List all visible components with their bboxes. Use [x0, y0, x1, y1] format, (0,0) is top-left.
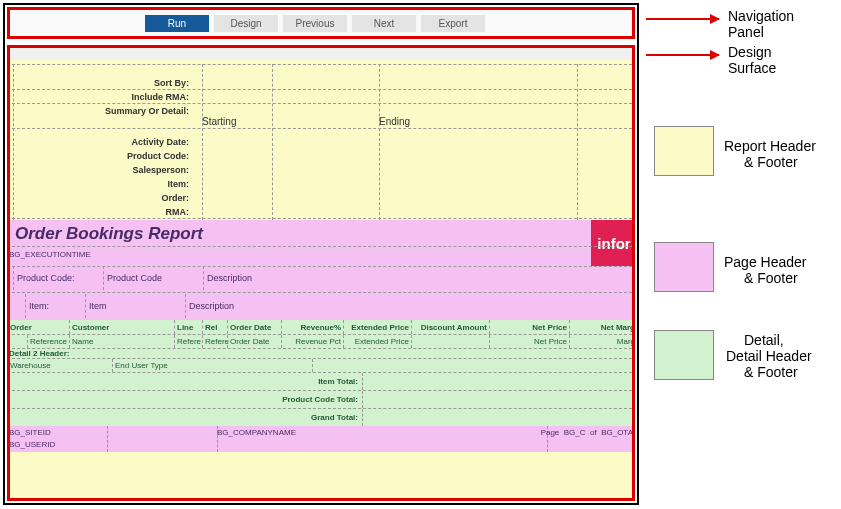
detail-header-row: Order Customer Line Rel Order Date Reven…	[7, 320, 635, 334]
design-button[interactable]: Design	[214, 15, 278, 32]
design-surface-legend: Design	[728, 44, 772, 60]
detail-legend-2: Detail Header	[726, 348, 812, 364]
summary-detail-label: Summary Or Detail:	[105, 106, 189, 116]
include-rma-label: Include RMA:	[132, 92, 190, 102]
run-button[interactable]: Run	[145, 15, 209, 32]
report-header-legend: Report Header	[724, 138, 816, 154]
navigation-panel: Run Design Previous Next Export	[7, 7, 635, 39]
detail-2-header-label: Detail 2 Header:	[7, 348, 635, 358]
report-footer-section[interactable]	[7, 452, 635, 501]
detail-swatch	[654, 330, 714, 380]
starting-label: Starting	[202, 116, 236, 127]
user-id-field: BG_USERID	[9, 440, 55, 449]
product-code-field-col: Product Code	[103, 266, 203, 290]
rma-label: RMA:	[166, 207, 190, 217]
page-header-swatch	[654, 242, 714, 292]
legend-panel: Navigation Panel Design Surface Report H…	[644, 0, 839, 509]
arrow-icon	[646, 18, 719, 20]
page-header-legend-2: & Footer	[744, 270, 798, 286]
salesperson-label: Salesperson:	[132, 165, 189, 175]
nav-panel-legend: Navigation	[728, 8, 794, 24]
activity-date-label: Activity Date:	[131, 137, 189, 147]
item-label: Item:	[167, 179, 189, 189]
next-button[interactable]: Next	[352, 15, 416, 32]
report-header-swatch	[654, 126, 714, 176]
design-surface: Sort By: Include RMA: Summary Or Detail:…	[7, 45, 635, 501]
item-desc-col: Description	[185, 294, 635, 318]
design-surface-legend-2: Surface	[728, 60, 776, 76]
company-name-field: BG_COMPANYNAME	[217, 428, 296, 437]
detail-section[interactable]: Order Customer Line Rel Order Date Reven…	[7, 320, 635, 426]
ending-label: Ending	[379, 116, 410, 127]
execution-time-field: BG_EXECUTIONTIME	[9, 250, 91, 259]
end-user-type-col: End User Type	[112, 359, 312, 372]
item-field-col: Item	[85, 294, 185, 318]
page-header-section[interactable]: Order Bookings Report BG_EXECUTIONTIME i…	[7, 220, 635, 320]
sort-by-label: Sort By:	[154, 78, 189, 88]
export-button[interactable]: Export	[421, 15, 485, 32]
detail-legend: Detail,	[744, 332, 784, 348]
arrow-icon	[646, 54, 719, 56]
item-total-label: Item Total:	[7, 373, 362, 390]
page-footer-section[interactable]: BG_SITEID BG_USERID BG_COMPANYNAME Page …	[7, 426, 635, 452]
item-label-col: Item:	[25, 294, 85, 318]
report-header-legend-2: & Footer	[744, 154, 798, 170]
report-header-section[interactable]: Sort By: Include RMA: Summary Or Detail:…	[7, 60, 635, 220]
warehouse-col: Warehouse	[7, 359, 112, 372]
order-label: Order:	[161, 193, 189, 203]
report-designer-window: Run Design Previous Next Export Sort By:	[3, 3, 639, 505]
page-indicator: Page BG_C of BG_OTA	[541, 428, 633, 437]
infor-logo: infor	[591, 220, 635, 266]
detail-row: Reference Name Refere Refere Order Date …	[7, 334, 635, 348]
grand-total-label: Grand Total:	[7, 409, 362, 426]
product-code-label-col: Product Code:	[13, 266, 103, 290]
site-id-field: BG_SITEID	[9, 428, 51, 437]
page-header-legend: Page Header	[724, 254, 807, 270]
description-col: Description	[203, 266, 635, 290]
report-title: Order Bookings Report	[15, 224, 203, 244]
product-code-label: Product Code:	[127, 151, 189, 161]
nav-panel-legend-2: Panel	[728, 24, 764, 40]
product-total-label: Product Code Total:	[7, 391, 362, 408]
detail-legend-3: & Footer	[744, 364, 798, 380]
previous-button[interactable]: Previous	[283, 15, 347, 32]
